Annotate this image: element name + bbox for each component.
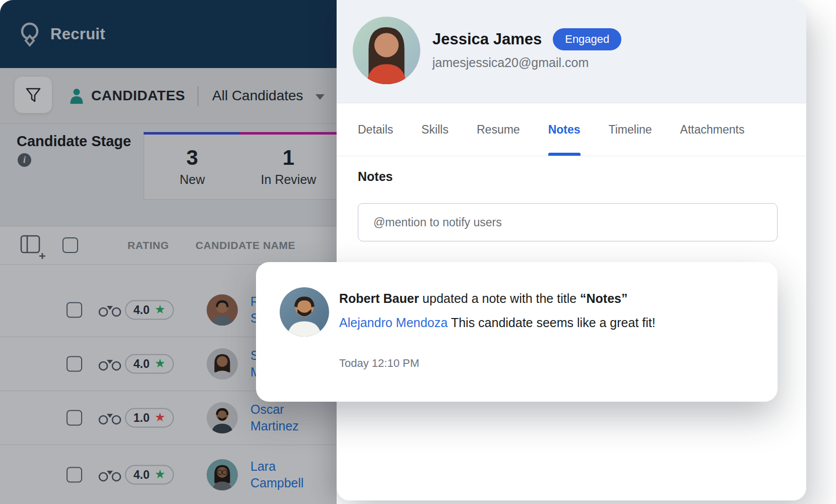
rating-badge: 4.0 ★ [125, 465, 174, 485]
table-row: 4.0 ★ Lara Campbell [0, 445, 337, 504]
candidate-detail-panel: Jessica James Engaged jamesjessica20@gma… [337, 0, 806, 500]
star-icon: ★ [155, 303, 166, 315]
row-checkbox[interactable] [67, 356, 82, 372]
candidate-name-link[interactable]: Oscar Martinez [250, 401, 299, 434]
filter-funnel-icon [25, 86, 42, 103]
quick-view-binoculars-icon[interactable] [98, 302, 121, 318]
rating-value: 4.0 [134, 357, 150, 371]
list-toolbar: CANDIDATES All Candidates [0, 68, 337, 123]
tab-details[interactable]: Details [358, 103, 393, 156]
name-line: Martinez [250, 418, 299, 434]
stage-label: New [179, 172, 205, 187]
module-header: CANDIDATES [69, 68, 185, 123]
quick-view-binoculars-icon[interactable] [98, 467, 121, 482]
status-badge: Engaged [553, 28, 621, 50]
add-column-icon[interactable] [19, 233, 45, 260]
rating-badge: 4.0 ★ [125, 354, 174, 374]
quick-view-binoculars-icon[interactable] [98, 356, 121, 371]
stage-label: In Review [261, 172, 316, 187]
app-header: Recruit [0, 0, 337, 68]
note-body-line: Alejandro Mendoza This candidate seems l… [339, 316, 656, 330]
note-author: Robert Bauer [339, 291, 419, 305]
stage-cell-new[interactable]: 3 New [144, 133, 240, 199]
avatar [207, 348, 238, 380]
rating-badge: 1.0 ★ [125, 408, 174, 428]
row-checkbox[interactable] [67, 302, 82, 318]
rating-value: 4.0 [134, 468, 150, 482]
chevron-down-icon [315, 94, 325, 100]
filter-button[interactable] [14, 76, 52, 113]
mention-link[interactable]: Alejandro Mendoza [339, 316, 447, 330]
select-all-checkbox[interactable] [62, 237, 78, 253]
tab-skills[interactable]: Skills [421, 103, 448, 156]
avatar [280, 287, 329, 337]
note-title: “Notes” [580, 291, 627, 305]
view-selector-label: All Candidates [212, 88, 303, 104]
tab-timeline[interactable]: Timeline [609, 103, 652, 156]
view-selector-dropdown[interactable]: All Candidates [212, 68, 325, 123]
stage-color-bar [144, 132, 240, 135]
column-header-name: CANDIDATE NAME [196, 239, 295, 251]
star-icon: ★ [155, 357, 166, 369]
rating-value: 1.0 [134, 411, 150, 425]
avatar [207, 402, 238, 433]
stage-cell-in-review[interactable]: 1 In Review [240, 133, 337, 199]
star-icon: ★ [155, 468, 166, 480]
stage-summary-card: 3 New 1 In Review [144, 132, 337, 200]
app-title: Recruit [50, 25, 105, 43]
tab-resume[interactable]: Resume [477, 103, 520, 156]
candidate-email: jamesjessica20@gmail.com [432, 55, 589, 70]
avatar [207, 459, 238, 490]
stage-count: 1 [283, 145, 294, 170]
name-line: Campbell [250, 475, 304, 491]
stage-widget-title: Candidate Stage [17, 133, 131, 150]
note-activity-line: Robert Bauer updated a note with the tit… [339, 291, 628, 306]
toolbar-divider [198, 86, 199, 106]
recruit-logo-icon [18, 21, 41, 47]
note-timestamp: Today 12:10 PM [339, 357, 419, 370]
note-text: This candidate seems like a great fit! [447, 316, 655, 330]
name-line: Lara [250, 458, 304, 475]
tab-notes[interactable]: Notes [548, 103, 581, 156]
quick-view-binoculars-icon[interactable] [98, 410, 121, 425]
stage-count: 3 [186, 145, 198, 170]
candidate-name-link[interactable]: Lara Campbell [250, 458, 304, 491]
rating-value: 4.0 [134, 303, 150, 317]
candidate-stage-widget: Candidate Stage i 3 New 1 In Review [0, 123, 337, 226]
rating-badge: 4.0 ★ [125, 300, 174, 320]
row-checkbox[interactable] [67, 467, 82, 483]
row-checkbox[interactable] [67, 410, 82, 426]
tab-attachments[interactable]: Attachments [680, 103, 745, 156]
info-icon[interactable]: i [18, 153, 31, 167]
note-action: updated a note with the title [419, 291, 580, 305]
avatar [353, 17, 420, 84]
table-header-row: RATING CANDIDATE NAME [0, 226, 337, 265]
app-canvas: Recruit CANDIDATES All Candidates [0, 0, 836, 504]
candidates-list-panel: Recruit CANDIDATES All Candidates [0, 0, 337, 504]
detail-tab-bar: Details Skills Resume Notes Timeline Att… [337, 103, 806, 156]
module-label: CANDIDATES [91, 88, 185, 104]
note-card: Robert Bauer updated a note with the tit… [256, 262, 778, 402]
candidate-name: Jessica James [432, 30, 542, 48]
stage-color-bar [240, 132, 337, 135]
column-header-rating: RATING [127, 239, 169, 251]
notes-section-title: Notes [358, 169, 393, 184]
star-icon: ★ [155, 411, 166, 423]
candidate-detail-header: Jessica James Engaged jamesjessica20@gma… [337, 0, 806, 103]
avatar [207, 294, 238, 326]
note-mention-input[interactable] [358, 203, 778, 241]
name-line: Oscar [250, 401, 299, 418]
candidates-person-icon [69, 88, 84, 104]
